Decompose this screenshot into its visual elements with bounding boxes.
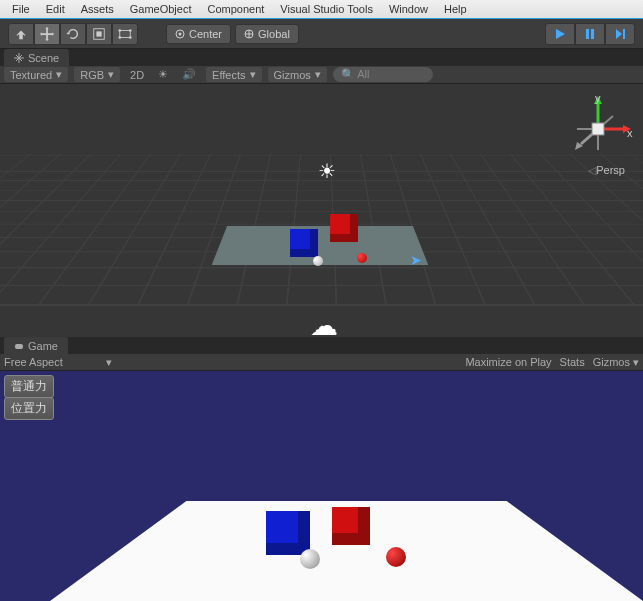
red-sphere — [357, 253, 367, 263]
svg-rect-12 — [623, 29, 625, 39]
svg-rect-1 — [96, 31, 101, 36]
projection-label[interactable]: ◁Persp — [588, 164, 625, 177]
scene-search-input[interactable]: 🔍 All — [333, 67, 433, 82]
pivot-label: Center — [189, 28, 222, 40]
game-icon — [14, 341, 24, 351]
menu-help[interactable]: Help — [436, 3, 475, 15]
chevron-down-icon: ▾ — [66, 356, 112, 368]
game-tab-label: Game — [28, 340, 58, 352]
svg-text:y: y — [595, 94, 601, 104]
menu-window[interactable]: Window — [381, 3, 436, 15]
svg-point-5 — [118, 36, 121, 39]
scale-tool[interactable] — [86, 23, 112, 45]
scene-toolbar: Textured ▾ RGB ▾ 2D ☀ 🔊 Effects ▾ Gizmos… — [0, 66, 643, 84]
pause-button[interactable] — [575, 23, 605, 45]
maximize-toggle[interactable]: Maximize on Play — [465, 356, 551, 369]
menu-component[interactable]: Component — [199, 3, 272, 15]
lighting-toggle[interactable]: ☀ — [154, 68, 172, 81]
game-red-sphere — [386, 547, 406, 567]
pivot-mode-button[interactable]: Center — [166, 24, 231, 44]
aspect-dropdown[interactable]: Free Aspect ▾ — [4, 356, 112, 369]
svg-rect-11 — [591, 29, 594, 39]
stats-toggle[interactable]: Stats — [560, 356, 585, 369]
game-toolbar: Free Aspect ▾ Maximize on Play Stats Giz… — [0, 354, 643, 371]
light-gizmo-icon: ☀ — [318, 159, 336, 183]
svg-point-3 — [118, 29, 121, 32]
normal-force-button[interactable]: 普通力 — [4, 375, 54, 398]
white-sphere — [313, 256, 323, 266]
svg-point-8 — [179, 32, 182, 35]
red-cube — [330, 214, 358, 242]
menu-edit[interactable]: Edit — [38, 3, 73, 15]
scene-view[interactable]: ☀ ☁ ➤ x y ◁Persp — [0, 84, 643, 337]
svg-rect-2 — [120, 30, 131, 37]
shading-dropdown[interactable]: Textured ▾ — [4, 67, 68, 82]
hand-tool[interactable] — [8, 23, 34, 45]
transform-tools — [8, 23, 138, 45]
menu-file[interactable]: File — [4, 3, 38, 15]
svg-rect-10 — [586, 29, 589, 39]
gizmos-game-dropdown[interactable]: Gizmos ▾ — [593, 356, 639, 369]
svg-point-4 — [129, 29, 132, 32]
orientation-gizmo[interactable]: x y — [563, 94, 633, 164]
blue-cube — [290, 229, 318, 257]
chevron-down-icon: ▾ — [250, 68, 256, 81]
scene-tab[interactable]: Scene — [4, 49, 69, 66]
svg-point-6 — [129, 36, 132, 39]
cursor-icon: ➤ — [410, 252, 422, 268]
svg-rect-25 — [15, 344, 23, 349]
menu-bar: File Edit Assets GameObject Component Vi… — [0, 0, 643, 19]
render-dropdown[interactable]: RGB ▾ — [74, 67, 120, 82]
chevron-down-icon: ▾ — [108, 68, 114, 81]
scene-tab-label: Scene — [28, 52, 59, 64]
chevron-down-icon: ▾ — [56, 68, 62, 81]
scene-tab-bar: Scene — [0, 49, 643, 66]
menu-gameobject[interactable]: GameObject — [122, 3, 200, 15]
menu-assets[interactable]: Assets — [73, 3, 122, 15]
center-icon — [175, 29, 185, 39]
chevron-down-icon: ▾ — [633, 356, 639, 368]
play-button[interactable] — [545, 23, 575, 45]
main-toolbar: Center Global — [0, 19, 643, 49]
game-tab[interactable]: Game — [4, 337, 68, 354]
game-red-cube — [332, 507, 370, 545]
handle-mode-button[interactable]: Global — [235, 24, 299, 44]
gizmos-dropdown[interactable]: Gizmos ▾ — [268, 67, 327, 82]
effects-dropdown[interactable]: Effects ▾ — [206, 67, 261, 82]
game-blue-cube — [266, 511, 310, 555]
rect-tool[interactable] — [112, 23, 138, 45]
rotate-tool[interactable] — [60, 23, 86, 45]
play-controls — [545, 23, 635, 45]
step-button[interactable] — [605, 23, 635, 45]
chevron-down-icon: ▾ — [315, 68, 321, 81]
svg-rect-22 — [592, 123, 604, 135]
game-tab-bar: Game — [0, 337, 643, 354]
camera-gizmo-icon: ☁ — [310, 309, 338, 337]
global-icon — [244, 29, 254, 39]
svg-text:x: x — [627, 127, 633, 139]
handle-label: Global — [258, 28, 290, 40]
move-tool[interactable] — [34, 23, 60, 45]
game-white-sphere — [300, 549, 320, 569]
position-force-button[interactable]: 位置力 — [4, 397, 54, 420]
game-view[interactable]: 普通力 位置力 — [0, 371, 643, 601]
menu-vstools[interactable]: Visual Studio Tools — [272, 3, 381, 15]
audio-toggle[interactable]: 🔊 — [178, 68, 200, 81]
scene-icon — [14, 53, 24, 63]
2d-toggle[interactable]: 2D — [126, 69, 148, 81]
